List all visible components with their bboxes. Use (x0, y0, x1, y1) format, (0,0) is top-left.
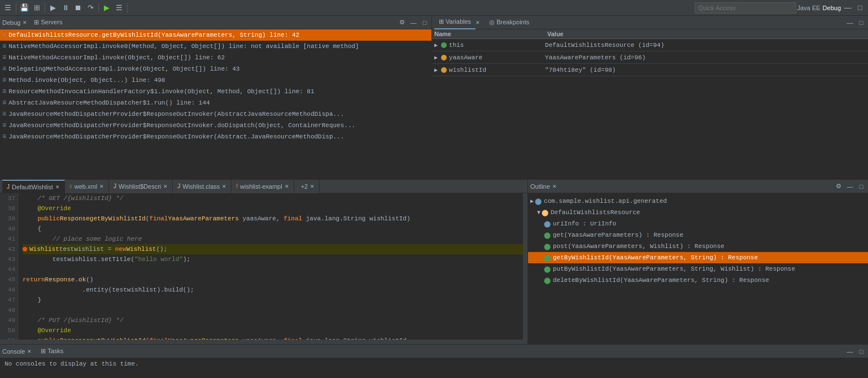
maximize-icon[interactable]: □ (854, 2, 866, 14)
coverage-icon[interactable]: ☰ (114, 2, 125, 14)
editor-tab-0[interactable]: JDefaultWishlist✕ (2, 180, 65, 193)
editor-scrollbar-h[interactable] (0, 340, 527, 344)
editor-tab-3[interactable]: JWishlist.class✕ (173, 180, 232, 193)
code-line-13: @Override (23, 325, 523, 336)
debug-action-min[interactable]: — (409, 18, 418, 27)
var-action-max[interactable]: □ (857, 18, 866, 27)
variables-panel-close[interactable]: ✕ (476, 20, 480, 25)
debug-panel-close[interactable]: ✕ (23, 20, 27, 25)
tab-breakpoints[interactable]: ◎ Breakpoints (485, 16, 534, 29)
outline-item-2[interactable]: ⬤uriInfo : UriInfo (528, 218, 868, 229)
console-action-min[interactable]: — (845, 347, 854, 356)
run-icon[interactable]: ▶ (47, 2, 59, 14)
minimize-icon[interactable]: — (842, 2, 853, 14)
stack-frame-8[interactable]: ≡JavaResourceMethodDispatcherProvider$Re… (0, 120, 431, 131)
stop-icon[interactable]: ⏹ (72, 2, 84, 14)
var-expand-0[interactable]: ▶ (434, 42, 438, 49)
editor-content: 37383940414243444546474849505152 /* GET … (0, 193, 527, 340)
console-panel-close[interactable]: ✕ (27, 349, 32, 354)
stack-icon: ≡ (2, 54, 6, 62)
tab-variables[interactable]: ⊞ Variables (434, 16, 476, 29)
outline-label-7: deleteByWishlistId(YaasAwareParameters, … (553, 277, 769, 284)
sep2 (45, 3, 45, 13)
stack-frame-0[interactable]: ≡DefaultWishlistsResource.getByWishlistI… (0, 29, 431, 41)
var-dot-0 (441, 42, 447, 48)
var-col-name-header: Name (434, 31, 547, 37)
var-value-2: "784hti8ey" (id=98) (545, 67, 866, 73)
stack-icon: ≡ (2, 42, 6, 50)
outline-icon-6: ⬤ (544, 266, 551, 273)
tab-close-4[interactable]: ✕ (285, 184, 289, 189)
outline-item-4[interactable]: ⬤post(YaasAwareParameters, Wishlist) : R… (528, 241, 868, 252)
stack-frame-2[interactable]: ≡NativeMethodAccessorImpl.invoke(Object,… (0, 52, 431, 63)
outline-label-5: getByWishlistId(YaasAwareParameters, Str… (553, 254, 758, 261)
var-expand-2[interactable]: ▶ (434, 67, 438, 73)
var-action-min[interactable]: — (845, 18, 854, 27)
outline-panel-close[interactable]: ✕ (552, 184, 557, 189)
tab-label-2: Wishlist$Descri (119, 183, 161, 190)
tab-close-5[interactable]: ✕ (310, 184, 315, 189)
step-icon[interactable]: ↷ (85, 2, 96, 14)
quick-access-input[interactable] (695, 2, 796, 14)
outline-action-1[interactable]: ⚙ (834, 182, 843, 191)
line-num-12: 49 (0, 315, 15, 325)
outline-item-0[interactable]: ▶⬤com.sample.wishlist.api.generated (528, 195, 868, 207)
java-ee-perspective[interactable]: Java EE (797, 5, 821, 11)
debug-action-max[interactable]: □ (420, 18, 429, 27)
stack-frame-4[interactable]: ≡Method.invoke(Object, Object...) line: … (0, 75, 431, 86)
debug-run-icon[interactable]: ▶ (101, 2, 112, 14)
outline-label-2: uriInfo : UriInfo (553, 220, 616, 227)
var-expand-1[interactable]: ▶ (434, 54, 438, 61)
outline-item-6[interactable]: ⬤putByWishlistId(YaasAwareParameters, St… (528, 263, 868, 275)
debug-tab-servers[interactable]: ⊞ Servers (32, 19, 64, 26)
console-action-max[interactable]: □ (857, 347, 866, 356)
debug-panel-actions: ⚙ — □ (398, 18, 429, 27)
editor-panel: JDefaultWishlist✕xweb.xml✕JWishlist$Desc… (0, 180, 528, 344)
outline-expand-1[interactable]: ▼ (537, 210, 540, 216)
console-content: No consoles to display at this time. (0, 358, 868, 378)
stack-frame-9[interactable]: ≡JavaResourceMethodDispatcherProvider$Re… (0, 131, 431, 142)
var-row-0[interactable]: ▶ this DefaultWishlistsResource (id=94) (432, 39, 868, 51)
code-area[interactable]: /* GET /{wishlistId} */ @Override public… (18, 193, 523, 340)
tab-tasks[interactable]: ⊞ Tasks (36, 345, 68, 358)
editor-scrollbar-v[interactable] (523, 193, 527, 340)
stack-frame-6[interactable]: ≡AbstractJavaResourceMethodDispatcher$1.… (0, 97, 431, 108)
stack-icon: ≡ (2, 76, 6, 84)
new-icon[interactable]: ☰ (2, 2, 14, 14)
code-line-4: // place some logic here (23, 234, 523, 244)
outline-action-max[interactable]: □ (857, 182, 866, 191)
var-name-0: this (449, 42, 545, 49)
editor-tab-1[interactable]: xweb.xml✕ (65, 180, 109, 193)
tab-close-3[interactable]: ✕ (222, 184, 226, 189)
stack-frame-5[interactable]: ≡ResourceMethodInvocationHandlerFactory$… (0, 86, 431, 97)
stack-frame-1[interactable]: ≡NativeMethodAccessorImpl.invoke0(Method… (0, 41, 431, 52)
outline-icon-2: ⬤ (544, 220, 551, 228)
var-row-1[interactable]: ▶ yaasAware YaasAwareParameters (id=96) (432, 51, 868, 64)
debug-action-1[interactable]: ⚙ (398, 18, 407, 27)
editor-tab-5[interactable]: +2✕ (294, 180, 320, 193)
code-line-7 (23, 264, 523, 275)
outline-action-min[interactable]: — (845, 182, 854, 191)
outline-item-3[interactable]: ⬤get(YaasAwareParameters) : Response (528, 229, 868, 241)
outline-item-5[interactable]: ⬤getByWishlistId(YaasAwareParameters, St… (528, 252, 868, 263)
outline-expand-0[interactable]: ▶ (530, 198, 534, 205)
var-row-2[interactable]: ▶ wishlistId "784hti8ey" (id=98) (432, 64, 868, 76)
stack-frame-3[interactable]: ≡DelegatingMethodAccessorImpl.invoke(Obj… (0, 63, 431, 75)
debug-perspective[interactable]: Debug (823, 5, 841, 11)
tab-close-2[interactable]: ✕ (163, 184, 168, 189)
outline-item-7[interactable]: ⬤deleteByWishlistId(YaasAwareParameters,… (528, 275, 868, 286)
tab-close-0[interactable]: ✕ (55, 184, 60, 190)
code-line-14: public Response putByWishlistId(final Ya… (23, 336, 523, 340)
pause-icon[interactable]: ⏸ (60, 2, 71, 14)
tab-close-1[interactable]: ✕ (99, 184, 104, 189)
outline-item-1[interactable]: ▼⬤DefaultWishlistsResource (528, 207, 868, 218)
code-line-8: return Response.ok() (23, 275, 523, 285)
save-all-icon[interactable]: ⊞ (31, 2, 42, 14)
console-panel: Console ✕ ⊞ Tasks — □ No consoles to dis… (0, 345, 868, 378)
outline-label-1: DefaultWishlistsResource (551, 209, 640, 216)
editor-tab-2[interactable]: JWishlist$Descri✕ (109, 180, 173, 193)
console-panel-title: Console (2, 348, 25, 355)
editor-tab-4[interactable]: fwishlist-exampl✕ (232, 180, 294, 193)
stack-frame-7[interactable]: ≡JavaResourceMethodDispatcherProvider$Re… (0, 108, 431, 120)
save-icon[interactable]: 💾 (19, 2, 30, 14)
